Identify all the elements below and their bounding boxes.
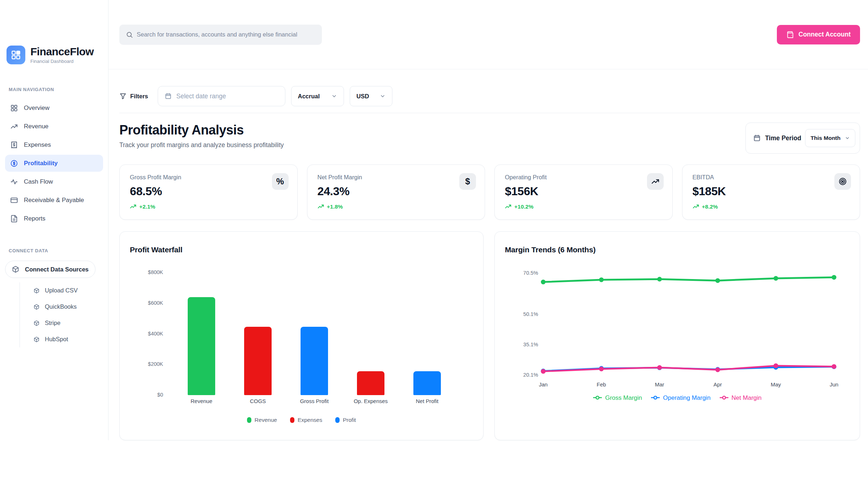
- kpi-value: 68.5%: [130, 185, 287, 198]
- sidebar-item-profitability[interactable]: Profitability: [5, 155, 103, 172]
- bar-op-expenses[interactable]: [357, 371, 384, 395]
- dollar-icon: $: [459, 173, 476, 190]
- filters-toggle[interactable]: Filters: [119, 93, 148, 100]
- kpi-delta: +10.2%: [505, 204, 662, 210]
- search-input[interactable]: [137, 31, 322, 38]
- x-axis-label: Apr: [703, 381, 732, 388]
- kpi-label: EBITDA: [693, 174, 850, 181]
- chevron-down-icon: [845, 136, 850, 141]
- accounting-basis-select[interactable]: Accrual: [291, 86, 344, 106]
- chart-title: Margin Trends (6 Months): [505, 245, 850, 254]
- cube-icon: [34, 337, 39, 342]
- y-axis-tick: $400K: [130, 331, 163, 337]
- point-net-margin: [774, 363, 778, 368]
- kpi-card-net-profit-margin: Net Profit Margin 24.3% +1.8% $: [307, 164, 485, 220]
- calendar-icon: [753, 134, 761, 142]
- trending-up-icon: [318, 204, 324, 210]
- main-area: Connect Account Filters Select date rang…: [109, 0, 868, 440]
- sidebar-item-expenses[interactable]: Expenses: [5, 136, 103, 153]
- page-title: Profitability Analysis: [119, 123, 284, 138]
- date-range-input[interactable]: Select date range: [158, 86, 285, 106]
- time-period-label: Time Period: [765, 134, 801, 142]
- point-net-margin: [715, 367, 720, 372]
- legend-item-operating-margin: Operating Margin: [651, 394, 710, 402]
- line-gross-margin: [543, 277, 834, 282]
- cube-icon: [34, 288, 39, 294]
- kpi-delta: +1.8%: [318, 204, 475, 210]
- sidebar-item-label: Overview: [24, 104, 50, 112]
- topbar: Connect Account: [109, 0, 868, 69]
- legend-dot: [335, 417, 340, 423]
- kpi-label: Operating Profit: [505, 174, 662, 181]
- app-window: FinanceFlow Financial Dashboard MAIN NAV…: [0, 0, 868, 440]
- wallet-icon: [786, 31, 794, 39]
- margin-trends-lines[interactable]: [505, 256, 846, 390]
- margin-plot: 20.1%35.1%50.1%70.5%JanFebMarAprMayJun: [505, 256, 850, 390]
- chevron-down-icon: [380, 93, 386, 99]
- trending-up-icon: [505, 204, 511, 210]
- sidebar-item-upload-csv[interactable]: Upload CSV: [20, 282, 103, 299]
- kpi-card-operating-profit: Operating Profit $156K +10.2%: [494, 164, 673, 220]
- cube-icon: [34, 320, 39, 326]
- bar-gross-profit[interactable]: [301, 327, 328, 395]
- x-axis-label: Feb: [587, 381, 616, 388]
- legend-line-marker: [719, 394, 729, 402]
- chevron-down-icon: [331, 93, 337, 99]
- kpi-delta-value: +8.2%: [702, 204, 718, 210]
- sidebar-item-reports[interactable]: Reports: [5, 210, 103, 227]
- sidebar-item-quickbooks[interactable]: QuickBooks: [20, 299, 103, 315]
- page-header: Profitability Analysis Track your profit…: [119, 123, 860, 154]
- point-gross-margin: [657, 277, 662, 282]
- chart-title: Profit Waterfall: [130, 245, 473, 254]
- charts-row: Profit Waterfall $0$200K$400K$600K$800KR…: [119, 231, 860, 440]
- page-content: Filters Select date range Accrual USD Pr: [109, 69, 868, 440]
- legend-line-marker: [651, 394, 660, 402]
- time-period-select[interactable]: This Month: [805, 129, 855, 147]
- dollar-glyph: $: [465, 176, 470, 187]
- point-gross-margin: [715, 278, 720, 283]
- cube-icon: [12, 266, 19, 273]
- x-axis-label: Gross Profit: [286, 398, 342, 404]
- sidebar-item-label: Profitability: [24, 160, 58, 167]
- legend-label: Operating Margin: [663, 394, 710, 402]
- x-axis-label: Op. Expenses: [342, 398, 399, 404]
- kpi-card-ebitda: EBITDA $185K +8.2%: [682, 164, 860, 220]
- activity-icon: [10, 178, 18, 186]
- target-icon: [834, 173, 851, 190]
- sidebar-item-stripe[interactable]: Stripe: [20, 315, 103, 331]
- connect-account-button[interactable]: Connect Account: [777, 25, 860, 44]
- connect-data-sources-button[interactable]: Connect Data Sources: [5, 261, 95, 278]
- sidebar-item-hubspot[interactable]: HubSpot: [20, 331, 103, 347]
- sidebar-item-receivable-payable[interactable]: Receivable & Payable: [5, 192, 103, 209]
- data-source-list: Upload CSV QuickBooks Stripe HubSpot: [20, 282, 103, 347]
- currency-select[interactable]: USD: [350, 86, 392, 106]
- sidebar-item-revenue[interactable]: Revenue: [5, 118, 103, 135]
- legend-item-net-margin: Net Margin: [719, 394, 762, 402]
- bar-net-profit[interactable]: [413, 371, 441, 395]
- legend-line-marker: [593, 394, 602, 402]
- percent-icon: %: [272, 173, 289, 190]
- point-net-margin: [831, 364, 836, 369]
- trending-up-icon: [693, 204, 699, 210]
- search-bar[interactable]: [119, 25, 322, 45]
- sidebar-item-label: Reports: [24, 215, 46, 222]
- time-period-value: This Month: [810, 135, 841, 141]
- receipt-icon: [10, 141, 18, 149]
- sidebar-item-overview[interactable]: Overview: [5, 99, 103, 116]
- filters-label: Filters: [130, 93, 148, 100]
- legend-item-revenue: Revenue: [247, 417, 277, 423]
- credit-card-icon: [10, 196, 18, 204]
- currency-value: USD: [357, 93, 369, 100]
- kpi-value: $156K: [505, 185, 662, 198]
- sidebar: FinanceFlow Financial Dashboard MAIN NAV…: [0, 0, 109, 440]
- sidebar-item-cash-flow[interactable]: Cash Flow: [5, 173, 103, 190]
- legend-item-gross-margin: Gross Margin: [593, 394, 642, 402]
- bar-revenue[interactable]: [188, 297, 215, 395]
- bar-cogs[interactable]: [244, 327, 272, 395]
- time-period-card: Time Period This Month: [745, 123, 860, 154]
- accounting-basis-value: Accrual: [298, 93, 320, 100]
- sidebar-item-label: Receivable & Payable: [24, 197, 84, 204]
- kpi-row: Gross Profit Margin 68.5% +2.1% % Net Pr…: [119, 164, 860, 220]
- kpi-label: Net Profit Margin: [318, 174, 475, 181]
- data-source-label: QuickBooks: [45, 303, 77, 310]
